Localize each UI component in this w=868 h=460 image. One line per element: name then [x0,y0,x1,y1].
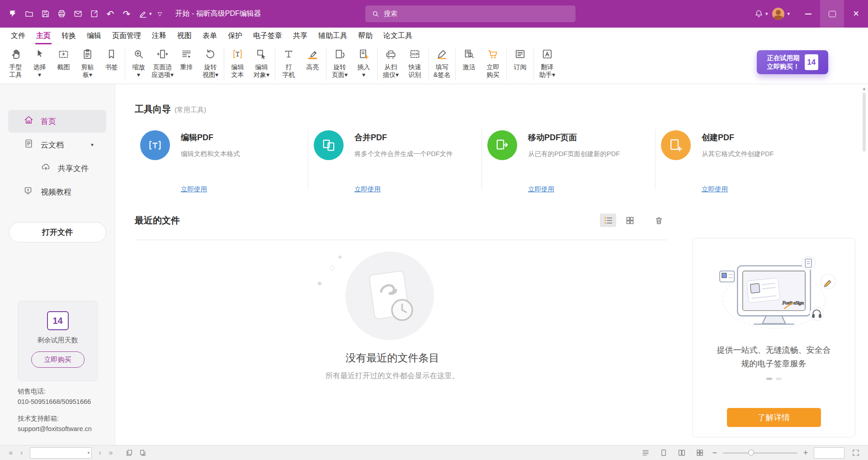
tool-typewriter[interactable]: 打字机 [277,46,301,79]
carousel-dot[interactable] [776,378,782,380]
tool-from-scanner[interactable]: 从扫描仪▾ [379,46,403,79]
tool-fill-sign[interactable]: 填写&签名 [430,46,454,79]
print-icon[interactable] [53,5,70,23]
ribbon-group-separator [506,47,507,81]
sidebar-item-cloud-docs[interactable]: 云文档▾ [8,133,106,156]
menu-convert[interactable]: 转换 [61,28,77,44]
tool-zoom[interactable]: 缩放▾ [127,46,151,79]
main-scrollbar[interactable]: ▲ [860,84,868,445]
menu-protect[interactable]: 保护 [227,28,243,44]
card-use-now-link[interactable]: 立即使用 [702,185,728,194]
tool-snapshot[interactable]: 截图 [52,46,75,79]
tool-reflow[interactable]: 重排 [175,46,198,79]
sidebar-item-video-tutorials[interactable]: 视频教程 [8,180,106,203]
tool-translate-assistant[interactable]: 翻译助手▾ [535,46,559,79]
sign-pen-icon[interactable] [135,5,151,23]
trash-icon[interactable] [651,213,667,227]
reading-mode-icon[interactable] [639,447,652,458]
page-number-input[interactable] [30,447,92,459]
menu-form[interactable]: 表单 [202,28,218,44]
sidebar-item-shared-files[interactable]: 共享文件 [8,157,106,180]
single-page-icon[interactable] [657,447,670,458]
menu-paper-tools[interactable]: 论文工具 [382,28,413,44]
tool-select[interactable]: 选择▾ [28,46,52,79]
next-page-icon[interactable]: › [94,449,105,456]
prev-page-icon[interactable]: ‹ [16,449,27,456]
email-icon[interactable] [70,5,86,23]
menu-page-manage[interactable]: 页面管理 [111,28,142,44]
tool-fit-page-options[interactable]: 页面适应选项▾ [151,46,175,79]
redo-icon[interactable]: ↷ [118,5,135,23]
list-view-icon[interactable] [600,213,616,227]
zoom-percent-input[interactable] [814,447,844,459]
menu-share[interactable]: 共享 [292,28,308,44]
sparkle-decoration: ◆ [338,254,342,259]
fit-screen-icon[interactable] [849,447,863,458]
select-icon [33,48,46,62]
last-page-icon[interactable]: » [105,449,116,456]
ribbon-mode-icon[interactable]: ▽ [152,5,168,23]
export-doc-icon[interactable] [86,5,102,23]
avatar[interactable] [772,8,784,20]
tool-insert[interactable]: 插入▾ [352,46,376,79]
bell-dropdown-caret[interactable]: ▾ [765,11,768,17]
tool-quick-ocr[interactable]: OCR快速识别 [403,46,427,79]
tool-rotate-view[interactable]: 旋转视图▾ [198,46,222,79]
menu-edit[interactable]: 编辑 [86,28,102,44]
foxit-logo[interactable] [5,5,21,23]
menu-comment[interactable]: 注释 [151,28,167,44]
zoom-in-icon[interactable]: + [802,449,809,457]
close-button[interactable]: ✕ [844,0,868,28]
sign-pen-dropdown-caret[interactable]: ▾ [149,11,152,17]
minimize-button[interactable] [796,0,820,28]
menu-accessibility[interactable]: 辅助工具 [317,28,348,44]
ribbon-group: 激活立即购买 [457,46,505,79]
tool-bookmark[interactable]: 书签 [99,46,123,79]
tool-rotate-pages[interactable]: 旋转页面▾ [328,46,352,79]
menu-file[interactable]: 文件 [10,28,26,44]
page-dropdown-caret[interactable]: ▾ [87,451,90,455]
open-file-button[interactable]: 打开文件 [9,222,106,242]
card-use-now-link[interactable]: 立即使用 [528,185,554,194]
zoom-slider-thumb[interactable] [748,450,754,455]
learn-more-button[interactable]: 了解详情 [727,408,821,427]
snapshot-page-alt-icon[interactable] [136,447,150,458]
tool-hand-tool[interactable]: 手型工具 [4,46,28,79]
search-box[interactable]: 搜索 [365,5,576,22]
menu-help[interactable]: 帮助 [357,28,373,44]
facing-pages-icon[interactable] [675,447,689,458]
sidebar-item-home[interactable]: 首页 [8,110,106,133]
snapshot-page-icon[interactable] [123,447,136,458]
scroll-up-icon[interactable]: ▲ [862,86,867,91]
scrollbar-thumb[interactable] [863,93,866,152]
tool-edit-text[interactable]: 编辑文本 [226,46,250,79]
card-use-now-link[interactable]: 立即使用 [181,185,207,194]
carousel-dot-active[interactable] [766,378,772,380]
support-email-value[interactable]: support@foxitsoftware.cn [18,424,92,434]
tool-clipboard[interactable]: 剪贴板▾ [75,46,99,79]
zoom-out-icon[interactable]: − [711,449,718,457]
first-page-icon[interactable]: « [5,449,16,456]
trial-badge[interactable]: 正在试用期 立即购买！ 14 [757,50,828,74]
tool-label: 剪贴板▾ [81,63,94,79]
menu-home[interactable]: 主页 [35,28,52,44]
tool-buy-now[interactable]: 立即购买 [481,46,505,79]
tool-edit-object[interactable]: 编辑对象▾ [250,46,274,79]
tool-subscribe[interactable]: 订阅 [508,46,532,71]
chevron-down-icon[interactable]: ▾ [91,142,94,148]
restore-button[interactable] [820,0,844,28]
thumbnail-grid-icon[interactable] [693,447,707,458]
buy-now-button[interactable]: 立即购买 [31,351,85,368]
bell-icon[interactable] [751,5,767,23]
card-use-now-link[interactable]: 立即使用 [354,185,381,194]
zoom-slider[interactable] [723,450,797,456]
save-icon[interactable] [37,5,53,23]
tool-activate[interactable]: 激活 [457,46,481,79]
grid-view-icon[interactable] [622,213,638,227]
menu-view[interactable]: 视图 [176,28,193,44]
tool-highlight[interactable]: 高亮 [301,46,325,79]
menu-esign[interactable]: 电子签章 [252,28,283,44]
undo-icon[interactable]: ↶ [102,5,118,23]
avatar-dropdown-caret[interactable]: ▾ [787,11,790,17]
open-file-icon[interactable] [21,5,37,23]
